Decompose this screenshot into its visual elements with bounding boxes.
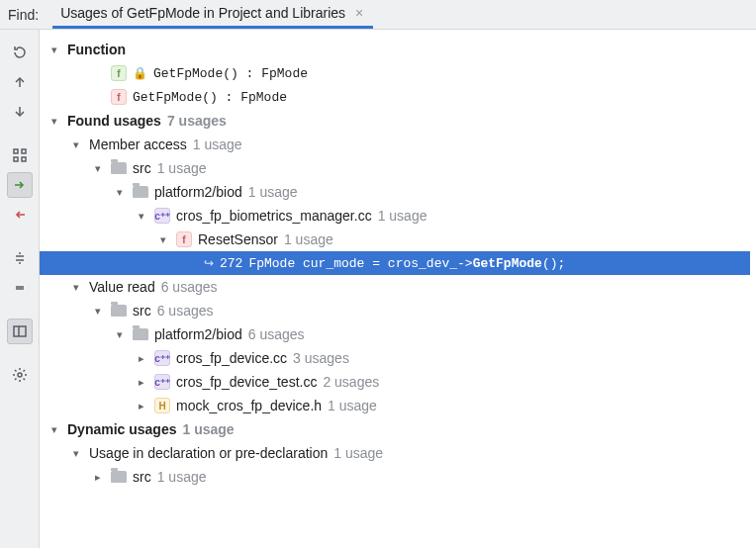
node-file[interactable]: ▸ c⁺⁺ cros_fp_device_test.cc 2 usages <box>40 370 750 394</box>
chevron-right-icon[interactable]: ▸ <box>135 400 148 412</box>
folder-icon <box>133 186 148 198</box>
function-signature: GetFpMode() : FpMode <box>133 90 287 105</box>
chevron-right-icon[interactable]: ▸ <box>135 376 148 389</box>
code-post: (); <box>542 256 565 271</box>
node-dynamic-usages[interactable]: ▾ Dynamic usages 1 usage <box>40 417 750 441</box>
usage-count: 6 usages <box>248 326 305 342</box>
folder-icon <box>111 162 127 174</box>
file-label: cros_fp_device.cc <box>176 350 287 366</box>
find-tab[interactable]: Usages of GetFpMode in Project and Libra… <box>52 0 373 29</box>
usage-count: 1 usage <box>284 231 333 247</box>
found-count: 7 usages <box>167 113 227 129</box>
node-function[interactable]: ▾ Function <box>40 38 750 61</box>
node-src[interactable]: ▾ src 6 usages <box>40 299 750 322</box>
node-member-access[interactable]: ▾ Member access 1 usage <box>40 133 750 156</box>
prev-occurrence-icon[interactable] <box>7 69 33 95</box>
chevron-down-icon[interactable]: ▾ <box>91 305 105 318</box>
line-number: 272 <box>220 256 242 271</box>
group-by-icon[interactable] <box>7 142 33 168</box>
node-file[interactable]: ▾ c⁺⁺ cros_fp_biometrics_manager.cc 1 us… <box>40 204 750 228</box>
function-item[interactable]: f 🔒 GetFpMode() : FpMode <box>40 61 750 85</box>
usage-count: 6 usages <box>161 279 218 295</box>
close-tab-icon[interactable]: × <box>355 5 363 21</box>
autoscroll-to-source-icon[interactable] <box>7 172 33 198</box>
usage-count: 6 usages <box>157 303 214 319</box>
value-read-label: Value read <box>89 279 155 295</box>
node-declaration[interactable]: ▾ Usage in declaration or pre-declaratio… <box>40 441 750 465</box>
chevron-down-icon[interactable]: ▾ <box>91 162 105 175</box>
function-signature: GetFpMode() : FpMode <box>153 66 308 81</box>
node-src[interactable]: ▾ src 1 usage <box>40 156 750 180</box>
folder-icon <box>111 471 127 483</box>
dynamic-label: Dynamic usages <box>67 421 177 437</box>
node-package[interactable]: ▾ platform2/biod 1 usage <box>40 180 750 204</box>
cpp-file-icon: c⁺⁺ <box>154 208 170 224</box>
function-item[interactable]: f GetFpMode() : FpMode <box>40 85 750 109</box>
usage-count: 1 usage <box>333 445 383 461</box>
chevron-down-icon[interactable]: ▾ <box>69 138 83 151</box>
chevron-down-icon[interactable]: ▾ <box>47 44 61 56</box>
topbar: Find: Usages of GetFpMode in Project and… <box>0 0 756 30</box>
autoscroll-from-source-icon[interactable] <box>7 202 33 228</box>
chevron-down-icon[interactable]: ▾ <box>135 210 148 223</box>
usage-count: 1 usage <box>157 160 207 176</box>
svg-rect-1 <box>22 149 26 153</box>
lock-icon: 🔒 <box>133 66 147 80</box>
package-label: platform2/biod <box>154 326 242 342</box>
chevron-down-icon[interactable]: ▾ <box>113 186 127 199</box>
function-label: Function <box>67 42 126 57</box>
next-occurrence-icon[interactable] <box>7 99 33 125</box>
chevron-right-icon[interactable]: ▸ <box>135 352 148 365</box>
svg-point-5 <box>18 373 22 377</box>
found-label: Found usages <box>67 113 161 129</box>
chevron-down-icon[interactable]: ▾ <box>47 423 61 436</box>
function-icon: f <box>111 65 127 81</box>
usage-count: 1 usage <box>328 398 377 413</box>
usage-count: 3 usages <box>293 350 349 366</box>
package-label: platform2/biod <box>154 184 242 200</box>
svg-rect-4 <box>14 326 26 336</box>
code-match: GetFpMode <box>473 256 542 271</box>
usage-hit-selected[interactable]: ↪ 272 FpMode cur_mode = cros_dev_->GetFp… <box>40 251 750 275</box>
find-label: Find: <box>8 7 39 23</box>
member-access-label: Member access <box>89 137 187 152</box>
node-src[interactable]: ▸ src 1 usage <box>40 465 750 489</box>
settings-icon[interactable] <box>7 362 33 388</box>
rerun-icon[interactable] <box>7 40 33 65</box>
collapse-all-icon[interactable] <box>7 275 33 301</box>
function-icon: f <box>111 89 127 105</box>
declaration-label: Usage in declaration or pre-declaration <box>89 445 328 461</box>
folder-label: src <box>133 469 151 485</box>
code-pre: FpMode cur_mode = cros_dev_-> <box>248 256 472 271</box>
usage-count: 1 usage <box>248 184 298 200</box>
sidebar <box>0 30 40 548</box>
chevron-down-icon[interactable]: ▾ <box>113 328 127 341</box>
chevron-down-icon[interactable]: ▾ <box>156 233 170 246</box>
folder-label: src <box>133 303 151 319</box>
file-label: mock_cros_fp_device.h <box>176 398 322 413</box>
node-file[interactable]: ▸ H mock_cros_fp_device.h 1 usage <box>40 394 750 417</box>
folder-icon <box>111 305 127 317</box>
preview-icon[interactable] <box>7 319 33 344</box>
svg-rect-0 <box>14 149 18 153</box>
node-function-scope[interactable]: ▾ f ResetSensor 1 usage <box>40 228 750 251</box>
node-file[interactable]: ▸ c⁺⁺ cros_fp_device.cc 3 usages <box>40 346 750 370</box>
goto-icon: ↪ <box>204 256 214 270</box>
folder-label: src <box>133 160 151 176</box>
usage-count: 1 usage <box>157 469 207 485</box>
chevron-right-icon[interactable]: ▸ <box>91 471 105 484</box>
chevron-down-icon[interactable]: ▾ <box>69 447 83 460</box>
results-tree[interactable]: ▾ Function f 🔒 GetFpMode() : FpMode f Ge… <box>40 30 756 548</box>
node-found-usages[interactable]: ▾ Found usages 7 usages <box>40 109 750 133</box>
chevron-down-icon[interactable]: ▾ <box>69 281 83 294</box>
svg-rect-2 <box>14 157 18 161</box>
node-value-read[interactable]: ▾ Value read 6 usages <box>40 275 750 299</box>
usage-count: 2 usages <box>323 374 379 390</box>
cpp-file-icon: c⁺⁺ <box>154 374 170 390</box>
node-package[interactable]: ▾ platform2/biod 6 usages <box>40 322 750 346</box>
header-file-icon: H <box>154 398 170 413</box>
chevron-down-icon[interactable]: ▾ <box>47 115 61 128</box>
function-icon: f <box>176 231 192 247</box>
expand-all-icon[interactable] <box>7 245 33 271</box>
usage-count: 1 usage <box>193 137 242 152</box>
